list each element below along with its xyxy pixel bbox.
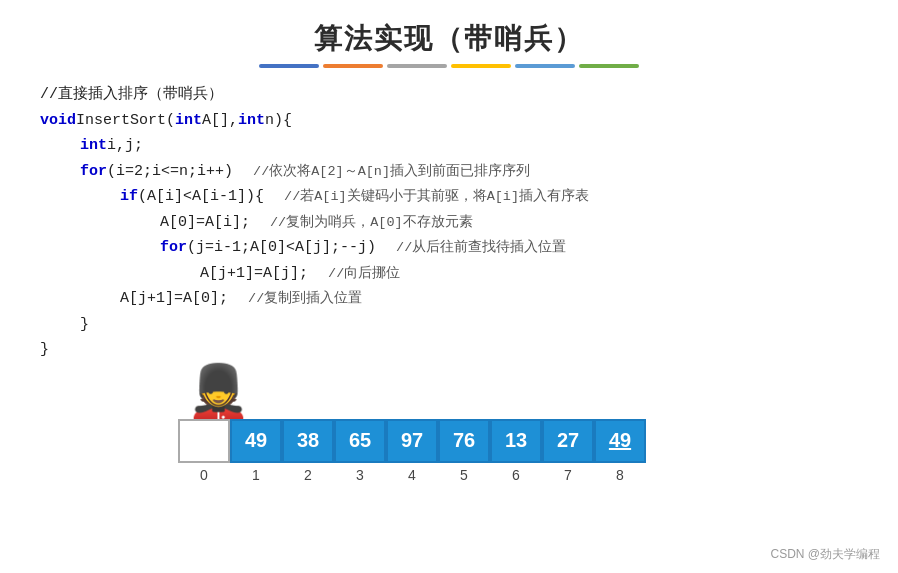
index-2: 2 bbox=[282, 467, 334, 483]
index-4: 4 bbox=[386, 467, 438, 483]
func-name: InsertSort( bbox=[76, 108, 175, 134]
close-brace-outer: } bbox=[40, 337, 49, 363]
code-line-5: A[0]=A[i]; //复制为哨兵，A[0]不存放元素 bbox=[40, 210, 868, 236]
array-cell-8: 49 bbox=[594, 419, 646, 463]
code-line-comment: //直接插入排序（带哨兵） bbox=[40, 82, 868, 108]
guard-icon: 💂 bbox=[186, 365, 868, 417]
code-line-10: } bbox=[40, 337, 868, 363]
kw-if: if bbox=[120, 184, 138, 210]
comment-line7: //向后挪位 bbox=[328, 263, 400, 286]
code-line-1: void InsertSort( int A[], int n){ bbox=[40, 108, 868, 134]
arr-param: A[], bbox=[202, 108, 238, 134]
index-1: 1 bbox=[230, 467, 282, 483]
code-line-3: for (i=2;i<=n;i++) //依次将A[2]～A[n]插入到前面已排… bbox=[40, 159, 868, 185]
index-8: 8 bbox=[594, 467, 646, 483]
ij-decl: i,j; bbox=[107, 133, 143, 159]
n-param: n){ bbox=[265, 108, 292, 134]
index-5: 5 bbox=[438, 467, 490, 483]
array-cell-6: 13 bbox=[490, 419, 542, 463]
assign-a0: A[0]=A[i]; bbox=[160, 210, 250, 236]
array-cell-1: 49 bbox=[230, 419, 282, 463]
for1-condition: (i=2;i<=n;i++) bbox=[107, 159, 233, 185]
array-cell-4: 97 bbox=[386, 419, 438, 463]
bottom-visual: 💂 49 38 65 97 76 13 27 49 0 1 2 3 4 5 6 … bbox=[178, 365, 868, 483]
kw-for1: for bbox=[80, 159, 107, 185]
if-condition: (A[i]<A[i-1]){ bbox=[138, 184, 264, 210]
index-3: 3 bbox=[334, 467, 386, 483]
color-bar bbox=[30, 64, 868, 68]
assign-aj1-a0: A[j+1]=A[0]; bbox=[120, 286, 228, 312]
array-cell-5: 76 bbox=[438, 419, 490, 463]
array-cells: 49 38 65 97 76 13 27 49 bbox=[178, 419, 868, 463]
array-cell-7: 27 bbox=[542, 419, 594, 463]
bar-orange bbox=[323, 64, 383, 68]
index-6: 6 bbox=[490, 467, 542, 483]
array-cell-2: 38 bbox=[282, 419, 334, 463]
comment-line3: //依次将A[2]～A[n]插入到前面已排序序列 bbox=[253, 161, 530, 184]
bar-lightblue bbox=[515, 64, 575, 68]
bar-green bbox=[579, 64, 639, 68]
bar-gray bbox=[387, 64, 447, 68]
code-line-8: A[j+1]=A[0]; //复制到插入位置 bbox=[40, 286, 868, 312]
code-section: //直接插入排序（带哨兵） void InsertSort( int A[], … bbox=[30, 82, 868, 363]
index-0: 0 bbox=[178, 467, 230, 483]
kw-for2: for bbox=[160, 235, 187, 261]
code-line-4: if (A[i]<A[i-1]){ //若A[i]关键码小于其前驱，将A[i]插… bbox=[40, 184, 868, 210]
page-title: 算法实现（带哨兵） bbox=[30, 20, 868, 58]
code-line-7: A[j+1]=A[j]; //向后挪位 bbox=[40, 261, 868, 287]
comment-line8: //复制到插入位置 bbox=[248, 288, 362, 311]
comment1-text: //直接插入排序（带哨兵） bbox=[40, 82, 223, 108]
for2-condition: (j=i-1;A[0]<A[j];--j) bbox=[187, 235, 376, 261]
kw-void: void bbox=[40, 108, 76, 134]
watermark: CSDN @劲夫学编程 bbox=[770, 546, 880, 563]
array-cell-0 bbox=[178, 419, 230, 463]
page-container: 算法实现（带哨兵） //直接插入排序（带哨兵） void InsertSort(… bbox=[0, 0, 898, 573]
array-indices: 0 1 2 3 4 5 6 7 8 bbox=[178, 467, 868, 483]
code-line-9: } bbox=[40, 312, 868, 338]
code-line-6: for (j=i-1;A[0]<A[j];--j) //从后往前查找待插入位置 bbox=[40, 235, 868, 261]
assign-aj1: A[j+1]=A[j]; bbox=[200, 261, 308, 287]
bar-yellow bbox=[451, 64, 511, 68]
bar-blue bbox=[259, 64, 319, 68]
comment-line5: //复制为哨兵，A[0]不存放元素 bbox=[270, 212, 473, 235]
comment-line4: //若A[i]关键码小于其前驱，将A[i]插入有序表 bbox=[284, 186, 589, 209]
comment-line6: //从后往前查找待插入位置 bbox=[396, 237, 566, 260]
kw-int1: int bbox=[175, 108, 202, 134]
kw-int-ij: int bbox=[80, 133, 107, 159]
title-section: 算法实现（带哨兵） bbox=[30, 20, 868, 68]
close-brace-inner: } bbox=[80, 312, 89, 338]
array-cell-3: 65 bbox=[334, 419, 386, 463]
code-line-2: int i,j; bbox=[40, 133, 868, 159]
kw-int2: int bbox=[238, 108, 265, 134]
index-7: 7 bbox=[542, 467, 594, 483]
